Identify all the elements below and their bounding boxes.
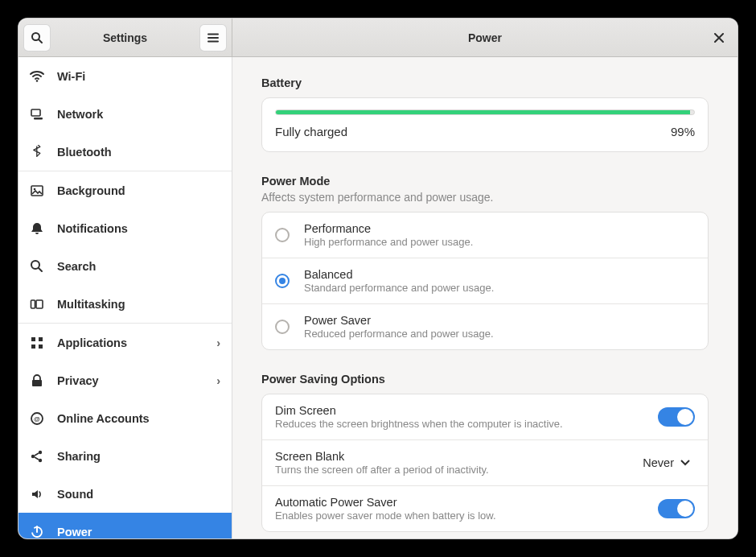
- sidebar-item-label: Online Accounts: [57, 412, 150, 425]
- wifi-icon: [30, 69, 44, 84]
- bluetooth-icon: [30, 145, 44, 159]
- page-title: Power: [232, 31, 738, 44]
- sidebar-item-notifications[interactable]: Notifications: [18, 209, 232, 247]
- battery-percent: 99%: [671, 125, 695, 138]
- power-mode-title: Performance: [304, 222, 473, 235]
- battery-status-row: Fully charged 99%: [275, 125, 695, 138]
- sidebar-item-sound[interactable]: Sound: [18, 475, 232, 513]
- menu-button[interactable]: [199, 24, 227, 52]
- window-body: Wi-Fi Network Bluetooth Background Notif…: [18, 57, 738, 538]
- sidebar-item-label: Sound: [57, 488, 93, 501]
- sidebar-title: Settings: [51, 31, 199, 44]
- sidebar-item-multitasking[interactable]: Multitasking: [18, 285, 232, 323]
- multitasking-icon: [30, 297, 44, 312]
- power-mode-title: Power Saver: [304, 314, 494, 327]
- svg-point-19: [39, 450, 42, 453]
- sidebar-item-label: Applications: [57, 336, 127, 349]
- sharing-icon: [30, 449, 44, 464]
- applications-icon: [30, 336, 44, 350]
- power-mode-text: Power Saver Reduced performance and powe…: [304, 314, 494, 340]
- sidebar-item-privacy[interactable]: Privacy ›: [18, 361, 232, 399]
- sidebar-item-online-accounts[interactable]: @ Online Accounts: [18, 399, 232, 437]
- titlebar-left: Settings: [18, 19, 232, 56]
- sidebar-item-power[interactable]: Power: [18, 513, 232, 538]
- sidebar-item-label: Multitasking: [57, 298, 125, 311]
- sidebar-item-applications[interactable]: Applications ›: [18, 324, 232, 361]
- auto-power-saver-sub: Enables power saver mode when battery is…: [275, 510, 643, 522]
- power-mode-balanced[interactable]: Balanced Standard performance and power …: [262, 258, 708, 303]
- sidebar-item-label: Network: [57, 108, 103, 121]
- power-mode-performance[interactable]: Performance High performance and power u…: [262, 212, 708, 258]
- svg-point-2: [36, 80, 39, 82]
- content-area[interactable]: Battery Fully charged 99% Power Mode Aff…: [232, 57, 738, 538]
- svg-rect-12: [39, 337, 43, 341]
- screen-blank-value: Never: [643, 456, 674, 469]
- radio-icon: [275, 228, 290, 242]
- power-icon: [30, 525, 44, 539]
- battery-heading: Battery: [261, 76, 709, 89]
- svg-point-20: [39, 458, 42, 461]
- sidebar-item-label: Notifications: [57, 222, 128, 235]
- sidebar-item-label: Background: [57, 184, 125, 197]
- auto-power-saver-toggle[interactable]: [658, 499, 695, 518]
- sidebar-item-sharing[interactable]: Sharing: [18, 437, 232, 475]
- settings-window: Settings Power Wi-Fi Netw: [18, 18, 738, 539]
- svg-rect-3: [31, 109, 40, 116]
- privacy-icon: [30, 373, 44, 388]
- svg-rect-15: [32, 380, 42, 386]
- online-accounts-icon: @: [30, 411, 44, 426]
- power-mode-power-saver[interactable]: Power Saver Reduced performance and powe…: [262, 303, 708, 349]
- svg-rect-14: [39, 345, 43, 349]
- sidebar[interactable]: Wi-Fi Network Bluetooth Background Notif…: [18, 57, 232, 538]
- sidebar-item-wifi[interactable]: Wi-Fi: [18, 57, 232, 95]
- svg-rect-10: [36, 300, 43, 308]
- sidebar-item-bluetooth[interactable]: Bluetooth: [18, 133, 232, 171]
- power-mode-title: Balanced: [304, 268, 494, 281]
- search-button[interactable]: [23, 24, 51, 52]
- svg-point-6: [34, 188, 36, 190]
- svg-rect-13: [31, 345, 35, 349]
- sidebar-item-background[interactable]: Background: [18, 171, 232, 209]
- power-mode-desc: Standard performance and power usage.: [304, 282, 494, 294]
- screen-blank-sub: Turns the screen off after a period of i…: [275, 464, 628, 476]
- sidebar-item-label: Wi-Fi: [57, 70, 85, 83]
- power-mode-desc: High performance and power usage.: [304, 236, 473, 248]
- background-icon: [30, 184, 44, 198]
- dim-screen-text: Dim Screen Reduces the screen brightness…: [275, 404, 643, 430]
- power-mode-desc: Reduced performance and power usage.: [304, 328, 494, 340]
- close-button[interactable]: [712, 31, 726, 45]
- screen-blank-title: Screen Blank: [275, 450, 628, 463]
- screen-blank-text: Screen Blank Turns the screen off after …: [275, 450, 628, 476]
- sidebar-item-network[interactable]: Network: [18, 95, 232, 133]
- sidebar-item-search[interactable]: Search: [18, 247, 232, 285]
- search-settings-icon: [30, 259, 44, 274]
- chevron-right-icon: ›: [216, 374, 220, 387]
- dim-screen-toggle[interactable]: [658, 407, 695, 427]
- power-mode-text: Performance High performance and power u…: [304, 222, 473, 248]
- svg-point-18: [31, 454, 35, 457]
- auto-power-saver-title: Automatic Power Saver: [275, 496, 643, 509]
- notifications-icon: [30, 221, 44, 236]
- svg-rect-9: [31, 300, 35, 308]
- power-mode-sub: Affects system performance and power usa…: [261, 191, 709, 204]
- svg-rect-11: [31, 337, 35, 341]
- sidebar-item-label: Bluetooth: [57, 146, 112, 159]
- hamburger-icon: [207, 31, 220, 44]
- dim-screen-sub: Reduces the screen brightness when the c…: [275, 418, 643, 430]
- power-mode-card: Performance High performance and power u…: [261, 212, 709, 350]
- network-icon: [30, 107, 44, 122]
- screen-blank-select[interactable]: Never: [643, 456, 695, 469]
- svg-rect-4: [34, 118, 43, 120]
- sidebar-item-label: Power: [57, 526, 92, 538]
- dim-screen-title: Dim Screen: [275, 404, 643, 417]
- screen-blank-row: Screen Blank Turns the screen off after …: [262, 439, 708, 485]
- svg-text:@: @: [34, 415, 40, 423]
- battery-progress: [275, 109, 695, 115]
- close-icon: [714, 33, 724, 43]
- power-saving-card: Dim Screen Reduces the screen brightness…: [261, 394, 709, 532]
- auto-power-saver-text: Automatic Power Saver Enables power save…: [275, 496, 643, 522]
- radio-icon: [275, 320, 290, 334]
- titlebar: Settings Power: [18, 19, 738, 57]
- battery-status: Fully charged: [275, 125, 347, 138]
- chevron-down-icon: [680, 460, 690, 466]
